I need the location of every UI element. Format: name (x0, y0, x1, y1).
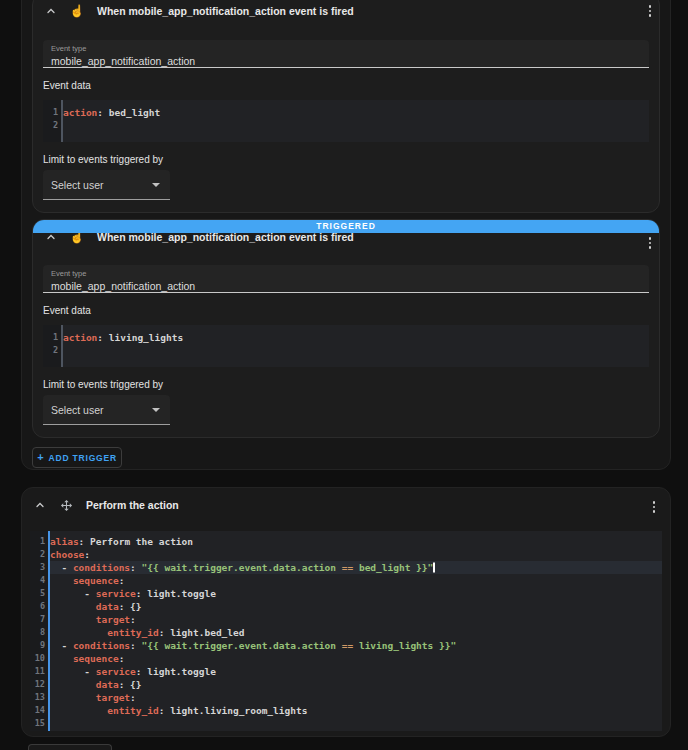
event-data-yaml-editor[interactable]: 1action: bed_light2 (43, 100, 649, 142)
code-line: 4 sequence: (30, 574, 662, 587)
line-number: 14 (30, 704, 45, 717)
action-yaml-editor[interactable]: 1alias: Perform the action2choose:3 - co… (30, 531, 662, 731)
field-label: Event type (51, 269, 641, 278)
code-line: 15 (30, 717, 662, 730)
triggers-section-card: ☝ When mobile_app_notification_action ev… (21, 0, 671, 470)
line-number: 2 (30, 548, 45, 561)
code-line: 1action: bed_light (43, 106, 649, 119)
code-line: 2 (43, 344, 649, 357)
gesture-tap-icon: ☝ (69, 3, 85, 19)
code-line: 8 entity_id: light.bed_led (30, 626, 662, 639)
code-line: 1action: living_lights (43, 331, 649, 344)
trigger-card: TRIGGERED ☝ When mobile_app_notification… (32, 219, 660, 438)
line-number: 4 (30, 574, 45, 587)
limit-label: Limit to events triggered by (43, 379, 649, 390)
line-number: 12 (30, 678, 45, 691)
field-value: mobile_app_notification_action (51, 55, 641, 67)
code-line: 9 - conditions: "{{ wait.trigger.event.d… (30, 639, 662, 652)
event-data-yaml-editor[interactable]: 1action: living_lights2 (43, 325, 649, 367)
code-line: 5 - service: light.toggle (30, 587, 662, 600)
code-line: 10 sequence: (30, 652, 662, 665)
line-number: 2 (43, 119, 58, 132)
trigger-title: When mobile_app_notification_action even… (97, 5, 354, 17)
trigger-header: ☝ When mobile_app_notification_action ev… (33, 0, 659, 20)
line-number: 11 (30, 665, 45, 678)
line-number: 7 (30, 613, 45, 626)
action-header: Perform the action (22, 488, 670, 514)
line-number: 13 (30, 691, 45, 704)
field-label: Event type (51, 44, 641, 53)
line-number: 15 (30, 717, 45, 730)
code-line: 13 target: (30, 691, 662, 704)
automation-editor-page: ☝ When mobile_app_notification_action ev… (0, 0, 688, 750)
limit-label: Limit to events triggered by (43, 154, 649, 165)
action-card: Perform the action 1alias: Perform the a… (21, 487, 671, 737)
triggered-badge: TRIGGERED (32, 219, 660, 233)
code-line: 2 (43, 119, 649, 132)
chevron-down-icon (152, 183, 160, 187)
field-value: mobile_app_notification_action (51, 280, 641, 292)
line-number: 9 (30, 639, 45, 652)
line-number: 8 (30, 626, 45, 639)
code-line: 2choose: (30, 548, 662, 561)
add-trigger-button[interactable]: + ADD TRIGGER (32, 447, 122, 468)
code-line: 3 - conditions: "{{ wait.trigger.event.d… (30, 561, 662, 574)
code-line: 6 data: {} (30, 600, 662, 613)
line-number: 2 (43, 344, 58, 357)
code-line: 11 - service: light.toggle (30, 665, 662, 678)
collapse-button[interactable] (43, 3, 59, 19)
event-data-label: Event data (43, 80, 649, 91)
code-line: 14 entity_id: light.living_room_lights (30, 704, 662, 717)
add-action-button-partial[interactable] (28, 744, 112, 750)
collapse-button[interactable] (32, 497, 48, 513)
user-select-value: Select user (51, 404, 104, 416)
line-number: 3 (30, 561, 45, 574)
cursor-move-icon[interactable] (58, 497, 74, 513)
line-number: 6 (30, 600, 45, 613)
event-type-field[interactable]: Event type mobile_app_notification_actio… (43, 265, 649, 293)
user-select[interactable]: Select user (43, 170, 170, 200)
event-type-field[interactable]: Event type mobile_app_notification_actio… (43, 40, 649, 68)
code-line: 12 data: {} (30, 678, 662, 691)
line-number: 5 (30, 587, 45, 600)
line-number: 1 (30, 535, 45, 548)
line-number: 1 (43, 331, 58, 344)
plus-icon: + (37, 452, 43, 463)
event-data-label: Event data (43, 305, 649, 316)
text-cursor (433, 563, 435, 573)
code-line: 7 target: (30, 613, 662, 626)
code-line: 1alias: Perform the action (30, 535, 662, 548)
chevron-down-icon (152, 408, 160, 412)
line-number: 10 (30, 652, 45, 665)
user-select-value: Select user (51, 179, 104, 191)
action-title: Perform the action (86, 499, 179, 511)
line-number: 1 (43, 106, 58, 119)
user-select[interactable]: Select user (43, 395, 170, 425)
trigger-card: ☝ When mobile_app_notification_action ev… (32, 0, 660, 213)
